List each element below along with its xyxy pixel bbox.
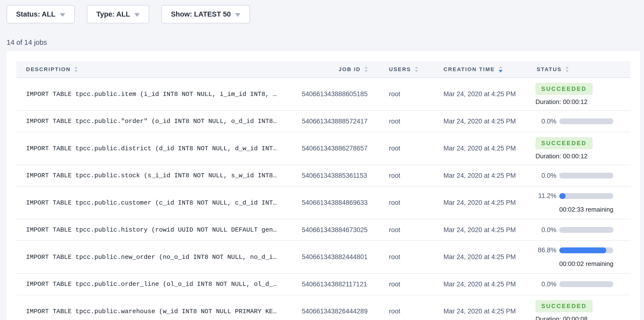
creation-time-cell: Mar 24, 2020 at 4:25 PM [433, 145, 530, 152]
users-cell: root [370, 145, 433, 152]
job-id-cell: 540661343882444801 [302, 253, 370, 261]
jobs-table: DESCRIPTIONJOB IDUSERSCREATION TIMESTATU… [16, 61, 630, 320]
users-cell: root [370, 118, 433, 125]
users-cell: root [370, 90, 433, 98]
sort-ascending-icon [499, 66, 502, 68]
progress-percent: 0.0% [536, 280, 556, 288]
job-duration: Duration: 00:00:08 [536, 315, 630, 320]
filter-label: Status: ALL [16, 10, 56, 18]
job-description-cell: IMPORT TABLE tpcc.public.warehouse (w_id… [16, 308, 302, 315]
status-filter-dropdown[interactable]: Status: ALL [6, 5, 75, 23]
job-id-cell: 540661343884673025 [302, 226, 370, 234]
column-header-status[interactable]: STATUS [530, 66, 630, 73]
column-header-label: USERS [389, 66, 411, 73]
status-cell: 11.2%00:02:33 remaining [530, 192, 630, 213]
job-id-cell: 540661343888572417 [302, 118, 370, 125]
sort-arrows [74, 67, 78, 72]
progress-line: 0.0% [536, 118, 630, 125]
table-row: IMPORT TABLE tpcc.public.item (i_id INT8… [16, 78, 630, 111]
progress-percent: 86.8% [536, 246, 556, 254]
job-description-cell: IMPORT TABLE tpcc.public.history (rowid … [16, 226, 302, 233]
column-header-job-id[interactable]: JOB ID [302, 66, 370, 73]
column-header-users[interactable]: USERS [370, 66, 433, 73]
sort-descending-icon [74, 70, 78, 72]
sort-ascending-icon [74, 67, 78, 69]
job-id-cell: 540661343826444289 [302, 307, 370, 315]
sort-arrows [499, 66, 502, 73]
users-cell: root [370, 226, 433, 234]
sort-ascending-icon [415, 67, 418, 69]
status-cell: 0.0% [530, 118, 630, 125]
sort-descending-icon [499, 70, 502, 73]
sort-arrows [415, 67, 418, 72]
status-progress: 0.0% [536, 172, 630, 179]
progress-bar [559, 281, 613, 287]
table-row: IMPORT TABLE tpcc.public.customer (c_id … [16, 187, 630, 219]
sort-descending-icon [364, 70, 368, 72]
status-cell: 86.8%00:00:02 remaining [530, 246, 630, 268]
status-cell: 0.0% [530, 226, 630, 234]
status-cell: SUCCEEDEDDuration: 00:00:12 [530, 137, 630, 160]
sort-descending-icon [566, 70, 568, 72]
show-filter-dropdown[interactable]: Show: LATEST 50 [161, 5, 250, 23]
table-row: IMPORT TABLE tpcc.public.order_line (ol_… [16, 274, 630, 295]
job-id-cell: 540661343886278657 [302, 145, 370, 152]
sort-ascending-icon [364, 67, 368, 69]
sort-descending-icon [415, 70, 418, 72]
table-row: IMPORT TABLE tpcc.public.history (rowid … [16, 219, 630, 241]
column-header-creation-time[interactable]: CREATION TIME [433, 66, 530, 73]
column-header-label: DESCRIPTION [26, 66, 70, 73]
status-progress: 0.0% [536, 226, 630, 234]
filter-bar: Status: ALLType: ALLShow: LATEST 50 [6, 5, 250, 23]
progress-percent: 11.2% [536, 192, 556, 200]
sort-ascending-icon [566, 67, 568, 69]
users-cell: root [370, 307, 433, 315]
progress-percent: 0.0% [536, 226, 556, 234]
jobs-count-summary: 14 of 14 jobs [6, 39, 47, 47]
users-cell: root [370, 199, 433, 206]
users-cell: root [370, 280, 433, 288]
table-row: IMPORT TABLE tpcc.public.warehouse (w_id… [16, 295, 630, 320]
table-row: IMPORT TABLE tpcc.public.district (d_id … [16, 132, 630, 165]
progress-bar [559, 247, 613, 253]
status-succeeded: SUCCEEDEDDuration: 00:00:12 [536, 83, 630, 106]
table-header-row: DESCRIPTIONJOB IDUSERSCREATION TIMESTATU… [16, 61, 630, 78]
status-cell: SUCCEEDEDDuration: 00:00:12 [530, 83, 630, 106]
column-header-description[interactable]: DESCRIPTION [16, 66, 302, 73]
progress-bar [559, 118, 613, 124]
table-row: IMPORT TABLE tpcc.public."order" (o_id I… [16, 111, 630, 132]
creation-time-cell: Mar 24, 2020 at 4:25 PM [433, 118, 530, 125]
creation-time-cell: Mar 24, 2020 at 4:25 PM [433, 280, 530, 288]
chevron-down-icon [60, 13, 65, 17]
status-progress: 0.0% [536, 280, 630, 288]
job-id-cell: 540661343884869633 [302, 199, 370, 206]
column-header-label: STATUS [537, 66, 562, 73]
table-row: IMPORT TABLE tpcc.public.stock (s_i_id I… [16, 165, 630, 187]
status-cell: SUCCEEDEDDuration: 00:00:08 [530, 300, 630, 320]
column-header-label: CREATION TIME [444, 66, 495, 73]
chevron-down-icon [235, 13, 240, 17]
job-description-cell: IMPORT TABLE tpcc.public.customer (c_id … [16, 199, 302, 206]
type-filter-dropdown[interactable]: Type: ALL [87, 5, 150, 23]
job-duration: Duration: 00:00:12 [536, 152, 630, 160]
table-body: IMPORT TABLE tpcc.public.item (i_id INT8… [16, 78, 630, 320]
status-badge: SUCCEEDED [536, 300, 593, 312]
progress-percent: 0.0% [536, 172, 556, 179]
users-cell: root [370, 253, 433, 261]
progress-bar [559, 227, 613, 233]
creation-time-cell: Mar 24, 2020 at 4:25 PM [433, 253, 530, 261]
progress-bar [559, 173, 613, 178]
creation-time-cell: Mar 24, 2020 at 4:25 PM [433, 172, 530, 179]
filter-label: Type: ALL [96, 10, 130, 18]
creation-time-cell: Mar 24, 2020 at 4:25 PM [433, 90, 530, 98]
job-description-cell: IMPORT TABLE tpcc.public.new_order (no_o… [16, 253, 302, 261]
chevron-down-icon [134, 13, 140, 17]
progress-line: 0.0% [536, 172, 630, 179]
status-succeeded: SUCCEEDEDDuration: 00:00:12 [536, 137, 630, 160]
job-description-cell: IMPORT TABLE tpcc.public.order_line (ol_… [16, 280, 302, 288]
progress-line: 0.0% [536, 280, 630, 288]
progress-line: 0.0% [536, 226, 630, 234]
job-description-cell: IMPORT TABLE tpcc.public.item (i_id INT8… [16, 91, 302, 98]
job-description-cell: IMPORT TABLE tpcc.public.stock (s_i_id I… [16, 172, 302, 179]
progress-bar [559, 193, 613, 199]
